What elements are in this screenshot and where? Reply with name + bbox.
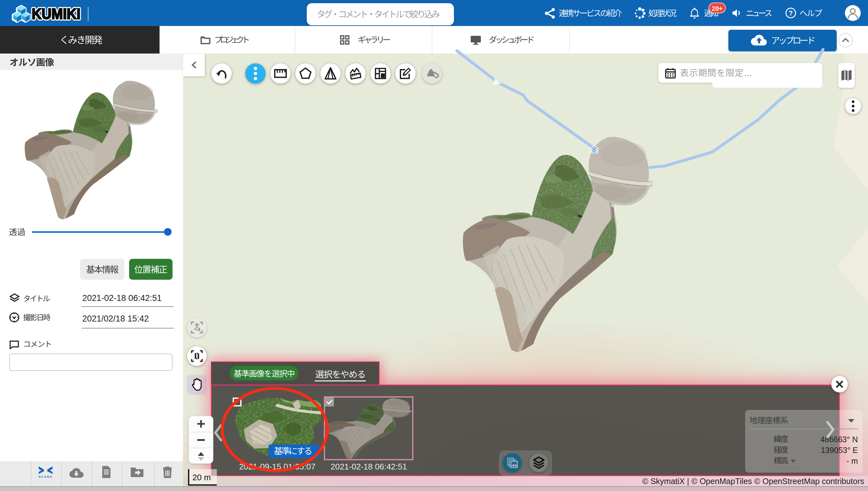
svg-text:KUMIKI: KUMIKI [32,5,81,22]
svg-text:SCANX: SCANX [39,475,53,478]
svg-text:?: ? [788,9,793,17]
